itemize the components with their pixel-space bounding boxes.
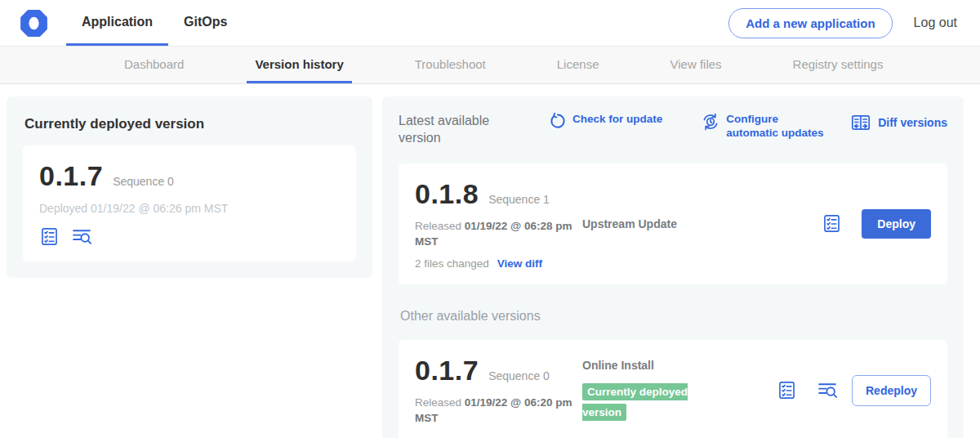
other-version-number: 0.1.7 [415,355,479,387]
subnav-dashboard[interactable]: Dashboard [116,47,192,83]
diff-columns-icon [850,113,871,132]
deploy-button[interactable]: Deploy [862,209,931,239]
latest-source-label: Upstream Update [582,217,822,230]
main-content: Currently deployed version 0.1.7 Sequenc… [7,96,964,438]
top-bar: Application GitOps Add a new application… [0,0,980,47]
top-tabs: Application GitOps [66,0,243,46]
logs-search-icon[interactable] [71,226,93,247]
tab-gitops[interactable]: GitOps [168,0,243,46]
diff-versions-link[interactable]: Diff versions [850,113,947,132]
subnav-version-history[interactable]: Version history [247,47,351,83]
latest-version-number: 0.1.8 [415,178,479,210]
other-released-timestamp: Released 01/19/22 @ 06:20 pm MST [415,395,582,427]
checklist-icon[interactable] [39,226,60,247]
view-diff-link[interactable]: View diff [497,257,542,270]
tab-application[interactable]: Application [66,0,168,46]
latest-sequence-label: Sequence 1 [488,193,550,206]
latest-version-card: 0.1.8 Sequence 1 Released 01/19/22 @ 06:… [399,163,947,284]
subnav-license[interactable]: License [549,47,608,83]
topbar-right: Add a new application Log out [728,0,980,46]
currently-deployed-badge: Currently deployed version [582,383,688,421]
check-for-update-link[interactable]: Check for update [549,113,662,141]
logout-button[interactable]: Log out [914,16,957,30]
subnav-troubleshoot[interactable]: Troubleshoot [407,47,494,83]
configure-automatic-updates-label: Configure automatic updates [726,113,832,141]
deployed-version-number: 0.1.7 [39,160,103,192]
other-available-versions-title: Other available versions [400,309,947,324]
other-sequence-label: Sequence 0 [488,369,550,382]
app-logo[interactable] [0,0,66,46]
checklist-icon[interactable] [822,213,842,234]
diff-versions-label: Diff versions [878,116,947,129]
logs-search-icon[interactable] [817,380,839,400]
currently-deployed-title: Currently deployed version [24,116,356,132]
add-new-application-button[interactable]: Add a new application [728,8,892,38]
deployed-version-card: 0.1.7 Sequence 0 Deployed 01/19/22 @ 06:… [23,145,356,261]
latest-available-title: Latest available version [399,113,521,147]
check-for-update-label: Check for update [572,113,662,141]
latest-available-panel: Latest available version Check for updat… [382,96,964,438]
other-source-label: Online Install [582,359,777,372]
latest-released-timestamp: Released 01/19/22 @ 06:28 pm MST [415,218,582,250]
deployed-timestamp: Deployed 01/19/22 @ 06:26 pm MST [39,202,340,215]
subnav-registry-settings[interactable]: Registry settings [785,47,892,83]
files-changed-label: 2 files changed [415,257,489,270]
clock-refresh-icon [702,113,719,141]
currently-deployed-panel: Currently deployed version 0.1.7 Sequenc… [7,96,372,278]
checklist-icon[interactable] [777,380,797,400]
app-subnav: Dashboard Version history Troubleshoot L… [0,47,980,84]
app-logo-icon [20,9,48,38]
configure-automatic-updates-link[interactable]: Configure automatic updates [702,113,832,141]
subnav-view-files[interactable]: View files [662,47,729,83]
deployed-sequence-label: Sequence 0 [113,175,174,188]
redeploy-button[interactable]: Redeploy [852,375,931,406]
refresh-arrow-icon [549,113,566,141]
other-version-card: 0.1.7 Sequence 0 Released 01/19/22 @ 06:… [399,340,947,438]
